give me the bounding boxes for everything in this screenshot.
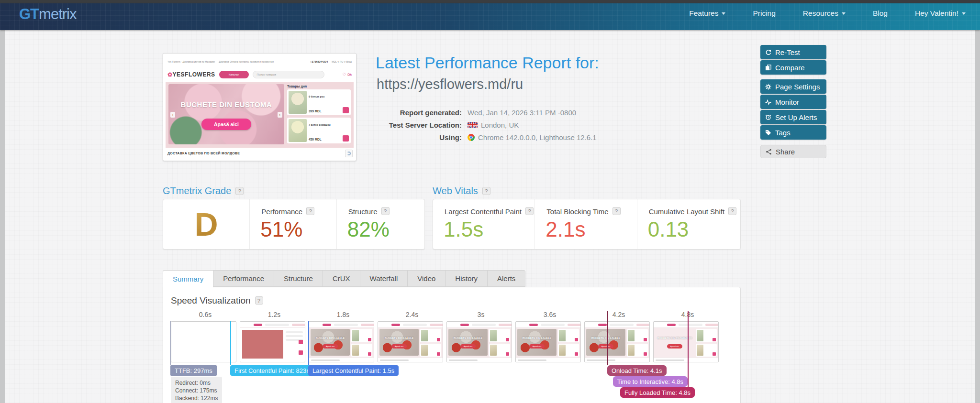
preview-search-input: Поиск товаров <box>253 71 324 78</box>
filmstrip-frame-partial <box>240 321 305 362</box>
tti-badge: Time to Interactive: 4.8s <box>613 376 688 387</box>
chevron-down-icon <box>842 12 846 15</box>
frame-hero: BUCHETE DIN LALELEApasă aici <box>448 329 488 356</box>
gtmetrix-logo[interactable]: GTmetrix <box>19 6 76 23</box>
main-nav: Features Pricing Resources Blog Hey Vale… <box>689 0 966 27</box>
help-icon[interactable]: ? <box>728 207 736 215</box>
preview-hero-banner: BUCHETE DIN EUSTOMA Apasă aici ‹ › <box>168 84 284 144</box>
share-button[interactable]: Share <box>760 145 826 158</box>
ttfb-details-box: Redirect: 0ms Connect: 175ms Backend: 12… <box>171 377 222 403</box>
help-icon[interactable]: ? <box>381 207 390 215</box>
time-label: 3.6s <box>515 311 584 318</box>
nav-pricing[interactable]: Pricing <box>753 9 775 18</box>
report-meta: Report generated: Wed, Jan 14, 2026 3:11… <box>376 106 597 143</box>
nav-features[interactable]: Features <box>689 9 725 18</box>
preview-logo: ✿YESFLOWERS <box>167 71 215 78</box>
tab-summary[interactable]: Summary <box>163 270 213 287</box>
report-tabs: Summary Performance Structure CrUX Water… <box>163 270 525 287</box>
cart-icon <box>343 135 349 142</box>
product-image <box>289 119 307 142</box>
tab-structure[interactable]: Structure <box>274 270 323 287</box>
tab-video[interactable]: Video <box>408 270 445 287</box>
setup-alerts-button[interactable]: Set Up Alerts <box>760 110 826 124</box>
prev-arrow-icon: ‹ <box>170 112 175 118</box>
preview-footer-text: ДОСТАВКА ЦВЕТОВ ПО ВСЕЙ МОЛДОВЕ <box>167 152 240 155</box>
help-icon[interactable]: ? <box>612 207 621 215</box>
monitor-button[interactable]: Monitor <box>760 95 826 109</box>
frame-hero: BUCHETE DIN LALELEApasă aici <box>379 329 419 356</box>
meta-using: Using: Chrome 142.0.0.0, Lighthouse 12.6… <box>376 131 597 143</box>
help-icon[interactable]: ? <box>306 207 314 215</box>
nav-blog[interactable]: Blog <box>873 9 888 18</box>
grade-letter: D <box>163 199 249 249</box>
tags-button[interactable]: Tags <box>760 125 826 140</box>
tab-alerts[interactable]: Alerts <box>488 270 525 287</box>
alarm-icon <box>765 114 771 120</box>
tbt-value: 2.1s <box>546 218 585 241</box>
help-icon[interactable]: ? <box>482 187 490 195</box>
chevron-down-icon <box>962 12 966 15</box>
vitals-section-heading: Web Vitals? <box>433 185 490 196</box>
compare-button[interactable]: Compare <box>760 60 826 75</box>
tag-icon <box>765 130 771 136</box>
site-preview-thumbnail[interactable]: Yes Flowers - Доставка цветов по Молдове… <box>163 53 356 161</box>
filmstrip-frame-blank <box>171 321 236 362</box>
filmstrip-frame: BUCHETE DIN LALELEApasă aici <box>584 321 650 362</box>
next-arrow-icon: › <box>278 112 282 118</box>
frame-hero: BUCHETE DIN LALELEApasă aici <box>311 329 350 356</box>
refresh-icon <box>765 49 771 55</box>
preview-heart-cart-icons: ♡ 🛍 <box>342 72 352 77</box>
preview-cta-button: Apasă aici <box>201 119 251 130</box>
speed-visualization-heading: Speed Visualization? <box>171 295 263 306</box>
lcp-marker-line <box>308 321 309 365</box>
time-label: 1.8s <box>309 311 378 318</box>
frame-hero: BUCHETE DIN LALELEApasă aici <box>586 329 625 356</box>
onload-marker-line <box>607 311 608 365</box>
tbt-label: Total Blocking Time? <box>546 207 620 216</box>
fcp-marker-line <box>230 321 231 365</box>
filmstrip-frame-final: BUCHETE DIN TRANDAFIRIApasă aici <box>653 321 719 362</box>
time-label: 4.2s <box>584 311 653 318</box>
help-icon[interactable]: ? <box>235 187 244 195</box>
lcp-label: Largest Contentful Paint? <box>445 207 534 216</box>
filmstrip-frame: BUCHETE DIN LALELEApasă aici <box>309 321 374 362</box>
retest-button[interactable]: Re-Test <box>760 45 826 59</box>
preview-hero-title: BUCHETE DIN EUSTOMA <box>168 100 284 109</box>
preview-nav-links: Доставка Оплата Контакты Условия и полож… <box>219 60 274 63</box>
preview-product-2: 7 веток ромашки450 MDL <box>287 118 351 143</box>
recaptcha-badge <box>345 150 353 157</box>
vitals-card: Largest Contentful Paint? 1.5s Total Blo… <box>433 199 741 250</box>
preview-phone: +37368244224 <box>310 60 328 63</box>
nav-account[interactable]: Hey Valentin! <box>915 9 966 18</box>
filmstrip-frame: BUCHETE DIN LALELEApasă aici <box>378 321 443 362</box>
chrome-icon <box>468 134 475 141</box>
uk-flag-icon <box>468 122 478 128</box>
tab-history[interactable]: History <box>445 270 488 287</box>
onload-badge: Onload Time: 4.1s <box>607 365 667 376</box>
tab-crux[interactable]: CrUX <box>323 270 360 287</box>
page-settings-button[interactable]: Page Settings <box>760 79 826 94</box>
chevron-down-icon <box>722 12 725 15</box>
fcp-badge: First Contentful Paint: 823ms <box>230 365 319 376</box>
cls-label: Cumulative Layout Shift? <box>649 207 736 216</box>
help-icon[interactable]: ? <box>525 207 534 215</box>
lcp-badge: Largest Contentful Paint: 1.5s <box>308 365 399 376</box>
compare-icon <box>765 65 771 71</box>
share-icon <box>766 149 772 155</box>
lcp-value: 1.5s <box>444 218 483 241</box>
product-image <box>289 91 307 114</box>
ttfb-badge: TTFB: 297ms <box>170 365 217 376</box>
ttfb-marker-line <box>170 321 171 365</box>
fully-loaded-marker-line <box>688 311 689 395</box>
performance-label: Performance? <box>261 207 314 216</box>
preview-product-1: 9 белых роз399 MDL <box>287 89 351 115</box>
tab-performance[interactable]: Performance <box>213 270 274 287</box>
nav-resources[interactable]: Resources <box>803 9 846 18</box>
preview-lang-row: MDL ∨ RU ∨ Вход <box>332 60 352 63</box>
time-label: 3s <box>446 311 515 318</box>
report-url-link[interactable]: https://yesflowers.md/ru <box>377 76 523 92</box>
help-icon[interactable]: ? <box>255 296 263 305</box>
preview-nav-text: Yes Flowers - Доставка цветов по Молдове <box>167 60 215 63</box>
time-label: 1.2s <box>240 311 309 318</box>
tab-waterfall[interactable]: Waterfall <box>360 270 408 287</box>
